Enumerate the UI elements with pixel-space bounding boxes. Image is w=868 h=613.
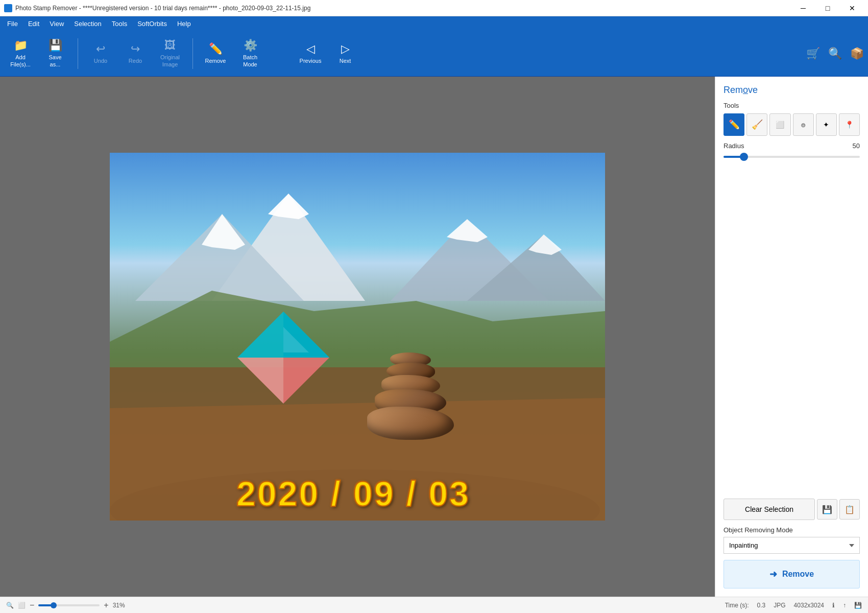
status-minus-icon[interactable]: − xyxy=(30,601,34,610)
menu-bar: File Edit View Selection Tools SoftOrbit… xyxy=(0,16,868,31)
photo-background: 2020 / 09 / 03 xyxy=(110,153,605,521)
remove-button[interactable]: ➜ Remove xyxy=(724,560,860,588)
redo-button[interactable]: ↪ Redo xyxy=(119,33,152,74)
brush-tool-button[interactable]: ✏️ xyxy=(724,113,744,136)
cart-icon[interactable]: 🛒 xyxy=(806,47,820,60)
remove-tool-button[interactable]: ✏️ Remove xyxy=(199,33,232,74)
toolbar: 📁 AddFile(s)... 💾 Saveas... ↩ Undo ↪ Red… xyxy=(0,31,868,77)
close-button[interactable]: ✕ xyxy=(840,0,864,16)
status-bar-right: Time (s): 0.3 JPG 4032x3024 ℹ ↑ 💾 xyxy=(725,602,862,609)
next-button[interactable]: ▷ Next xyxy=(329,33,361,74)
time-value: 0.3 xyxy=(757,602,766,609)
save-icon[interactable]: 💾 xyxy=(854,602,862,609)
dimensions-label: 4032x3024 xyxy=(794,602,824,609)
app-icon xyxy=(4,4,12,12)
redo-icon: ↪ xyxy=(131,42,140,56)
panel-title-text: Remove xyxy=(724,85,758,95)
rect-tool-button[interactable]: ⬜ xyxy=(769,113,790,136)
radius-slider-container[interactable] xyxy=(724,152,860,162)
minimize-button[interactable]: ─ xyxy=(791,0,815,16)
svg-marker-16 xyxy=(283,358,329,404)
copy-selection-button[interactable]: 📋 xyxy=(839,499,860,520)
zoom-percent: 31% xyxy=(113,602,125,609)
toolbar-right-icons: 🛒 🔍 📦 xyxy=(806,47,864,60)
object-removing-mode-label: Object Removing Mode xyxy=(724,526,860,534)
watermark-logo xyxy=(232,306,334,410)
remove-arrow: ➜ xyxy=(769,569,777,580)
batch-mode-button[interactable]: ⚙️ BatchMode xyxy=(234,33,267,74)
share-icon[interactable]: ↑ xyxy=(843,602,846,609)
tools-label: Tools xyxy=(724,102,860,109)
batch-mode-label: BatchMode xyxy=(243,54,257,67)
status-zoom-out-icon[interactable]: 🔍 xyxy=(6,602,14,609)
menu-edit[interactable]: Edit xyxy=(23,18,44,30)
menu-view[interactable]: View xyxy=(44,18,69,30)
window-controls: ─ □ ✕ xyxy=(791,0,864,16)
main-content: 2020 / 09 / 03 Remove Tools ✏️ 🧹 xyxy=(0,77,868,597)
lasso-icon: ⌾ xyxy=(801,121,805,129)
menu-help[interactable]: Help xyxy=(172,18,196,30)
save-selection-button[interactable]: 💾 xyxy=(817,499,837,520)
original-image-button[interactable]: 🖼 OriginalImage xyxy=(154,33,186,74)
info-icon[interactable]: ℹ xyxy=(832,602,835,609)
zoom-slider-thumb[interactable] xyxy=(51,602,57,608)
slider-thumb[interactable] xyxy=(740,153,748,161)
next-icon: ▷ xyxy=(341,42,350,56)
eraser-icon: 🧹 xyxy=(752,119,763,130)
tools-section: Tools ✏️ 🧹 ⬜ ⌾ ✦ 📍 xyxy=(724,102,860,136)
status-bar-left: 🔍 ⬜ − + 31% xyxy=(6,601,717,610)
maximize-button[interactable]: □ xyxy=(816,0,839,16)
object-removing-mode-section: Object Removing Mode Inpainting Content … xyxy=(724,526,860,554)
previous-button[interactable]: ◁ Previous xyxy=(294,33,327,74)
slider-track xyxy=(724,156,860,158)
previous-icon: ◁ xyxy=(306,42,315,56)
spacer xyxy=(724,168,860,492)
menu-file[interactable]: File xyxy=(2,18,23,30)
rock-5 xyxy=(367,407,454,440)
add-files-button[interactable]: 📁 AddFile(s)... xyxy=(4,33,37,74)
svg-marker-15 xyxy=(237,358,283,404)
redo-label: Redo xyxy=(129,58,142,64)
brush-icon: ✏️ xyxy=(729,119,740,130)
panel-title-underline: o xyxy=(743,85,748,95)
status-plus-icon[interactable]: + xyxy=(104,601,108,610)
save-as-icon: 💾 xyxy=(49,39,62,52)
previous-label: Previous xyxy=(300,58,322,64)
toolbar-sep-2 xyxy=(192,38,193,69)
box-icon[interactable]: 📦 xyxy=(850,47,864,60)
radius-section: Radius 50 xyxy=(724,142,860,162)
menu-tools[interactable]: Tools xyxy=(107,18,132,30)
batch-mode-icon: ⚙️ xyxy=(244,39,257,52)
clear-selection-button[interactable]: Clear Selection xyxy=(724,499,815,520)
status-fit-icon[interactable]: ⬜ xyxy=(18,602,26,609)
svg-marker-2 xyxy=(268,194,309,219)
rect-icon: ⬜ xyxy=(776,121,784,129)
object-removing-mode-select[interactable]: Inpainting Content Aware Smear xyxy=(724,537,860,554)
landscape-svg xyxy=(110,153,605,521)
original-image-icon: 🖼 xyxy=(164,39,176,52)
title-bar-text: Photo Stamp Remover - ****Unregistered v… xyxy=(15,5,310,12)
radius-label: Radius xyxy=(724,142,744,150)
original-image-label: OriginalImage xyxy=(160,54,180,67)
magic-wand-button[interactable]: ✦ xyxy=(816,113,837,136)
add-files-label: AddFile(s)... xyxy=(10,54,31,67)
undo-icon: ↩ xyxy=(96,42,105,56)
lasso-tool-button[interactable]: ⌾ xyxy=(793,113,814,136)
undo-label: Undo xyxy=(94,58,107,64)
canvas-area[interactable]: 2020 / 09 / 03 xyxy=(0,77,715,597)
remove-label: Remove xyxy=(205,58,226,64)
stamp-tool-button[interactable]: 📍 xyxy=(839,113,860,136)
eraser-tool-button[interactable]: 🧹 xyxy=(746,113,767,136)
add-files-icon: 📁 xyxy=(14,39,28,52)
save-as-label: Saveas... xyxy=(49,54,61,67)
magic-wand-icon: ✦ xyxy=(823,121,829,129)
menu-softorbits[interactable]: SoftOrbits xyxy=(132,18,172,30)
toolbar-sep-1 xyxy=(78,38,78,69)
remove-button-label: Remove xyxy=(782,570,814,579)
menu-selection[interactable]: Selection xyxy=(69,18,106,30)
save-as-button[interactable]: 💾 Saveas... xyxy=(39,33,71,74)
radius-value: 50 xyxy=(853,142,860,150)
undo-button[interactable]: ↩ Undo xyxy=(84,33,117,74)
search-icon[interactable]: 🔍 xyxy=(828,47,842,60)
zoom-slider-track[interactable] xyxy=(38,604,100,606)
